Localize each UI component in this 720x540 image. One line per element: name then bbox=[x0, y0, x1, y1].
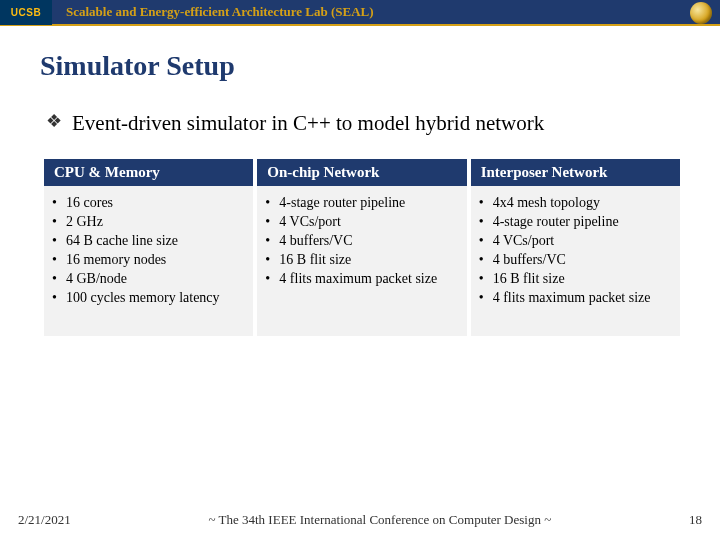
list-item: •4 flits maximum packet size bbox=[263, 270, 460, 289]
list-item-text: 16 memory nodes bbox=[66, 251, 245, 270]
bullet-dot-icon: • bbox=[52, 270, 66, 289]
seal-icon bbox=[690, 2, 712, 24]
list-item: •4 GB/node bbox=[50, 270, 247, 289]
column-body: •4-stage router pipeline•4 VCs/port•4 bu… bbox=[257, 186, 466, 336]
bullet-dot-icon: • bbox=[479, 270, 493, 289]
list-item: •4x4 mesh topology bbox=[477, 194, 674, 213]
list-item-text: 4-stage router pipeline bbox=[279, 194, 458, 213]
bullet-dot-icon: • bbox=[52, 289, 66, 308]
header-bar: UCSB Scalable and Energy-efficient Archi… bbox=[0, 0, 720, 26]
footer-date: 2/21/2021 bbox=[18, 512, 71, 528]
bullet-dot-icon: • bbox=[265, 251, 279, 270]
spec-column: On-chip Network•4-stage router pipeline•… bbox=[257, 159, 466, 336]
list-item: •100 cycles memory latency bbox=[50, 289, 247, 308]
bullet-dot-icon: • bbox=[479, 289, 493, 308]
list-item: •16 memory nodes bbox=[50, 251, 247, 270]
bullet-dot-icon: • bbox=[265, 270, 279, 289]
spec-column: CPU & Memory•16 cores•2 GHz•64 B cache l… bbox=[44, 159, 253, 336]
list-item-text: 4 buffers/VC bbox=[493, 251, 672, 270]
ucsb-logo: UCSB bbox=[0, 0, 52, 25]
ucsb-logo-text: UCSB bbox=[11, 7, 41, 18]
column-header: CPU & Memory bbox=[44, 159, 253, 186]
list-item: •2 GHz bbox=[50, 213, 247, 232]
list-item-text: 16 B flit size bbox=[493, 270, 672, 289]
spec-table: CPU & Memory•16 cores•2 GHz•64 B cache l… bbox=[44, 159, 680, 336]
bullet-dot-icon: • bbox=[52, 194, 66, 213]
list-item-text: 64 B cache line size bbox=[66, 232, 245, 251]
main-bullet-text: Event-driven simulator in C++ to model h… bbox=[72, 110, 544, 137]
list-item-text: 100 cycles memory latency bbox=[66, 289, 245, 308]
footer-conference: ~ The 34th IEEE International Conference… bbox=[71, 512, 689, 528]
spec-column: Interposer Network•4x4 mesh topology•4-s… bbox=[471, 159, 680, 336]
diamond-bullet-icon: ❖ bbox=[46, 110, 62, 133]
bullet-dot-icon: • bbox=[265, 194, 279, 213]
column-header: Interposer Network bbox=[471, 159, 680, 186]
list-item: •4 VCs/port bbox=[263, 213, 460, 232]
list-item: •64 B cache line size bbox=[50, 232, 247, 251]
list-item-text: 4 buffers/VC bbox=[279, 232, 458, 251]
list-item: •4 buffers/VC bbox=[263, 232, 460, 251]
list-item: •4-stage router pipeline bbox=[477, 213, 674, 232]
bullet-dot-icon: • bbox=[479, 213, 493, 232]
list-item-text: 4 GB/node bbox=[66, 270, 245, 289]
slide-title: Simulator Setup bbox=[40, 50, 680, 82]
list-item-text: 2 GHz bbox=[66, 213, 245, 232]
footer-page-number: 18 bbox=[689, 512, 702, 528]
bullet-dot-icon: • bbox=[52, 232, 66, 251]
column-body: •16 cores•2 GHz•64 B cache line size•16 … bbox=[44, 186, 253, 336]
bullet-dot-icon: • bbox=[479, 232, 493, 251]
lab-title: Scalable and Energy-efficient Architectu… bbox=[66, 4, 374, 20]
column-body: •4x4 mesh topology•4-stage router pipeli… bbox=[471, 186, 680, 336]
list-item-text: 16 cores bbox=[66, 194, 245, 213]
list-item-text: 4-stage router pipeline bbox=[493, 213, 672, 232]
list-item: •4-stage router pipeline bbox=[263, 194, 460, 213]
list-item: •4 flits maximum packet size bbox=[477, 289, 674, 308]
bullet-dot-icon: • bbox=[265, 232, 279, 251]
list-item-text: 4 VCs/port bbox=[493, 232, 672, 251]
bullet-dot-icon: • bbox=[52, 213, 66, 232]
bullet-dot-icon: • bbox=[479, 251, 493, 270]
column-header: On-chip Network bbox=[257, 159, 466, 186]
bullet-dot-icon: • bbox=[479, 194, 493, 213]
list-item-text: 4 flits maximum packet size bbox=[279, 270, 458, 289]
bullet-dot-icon: • bbox=[265, 213, 279, 232]
list-item-text: 4 flits maximum packet size bbox=[493, 289, 672, 308]
list-item: •4 buffers/VC bbox=[477, 251, 674, 270]
list-item-text: 16 B flit size bbox=[279, 251, 458, 270]
bullet-dot-icon: • bbox=[52, 251, 66, 270]
list-item: •16 B flit size bbox=[263, 251, 460, 270]
slide-content: Simulator Setup ❖ Event-driven simulator… bbox=[0, 26, 720, 336]
list-item: •16 cores bbox=[50, 194, 247, 213]
list-item-text: 4 VCs/port bbox=[279, 213, 458, 232]
list-item: •16 B flit size bbox=[477, 270, 674, 289]
footer: 2/21/2021 ~ The 34th IEEE International … bbox=[0, 512, 720, 528]
list-item: •4 VCs/port bbox=[477, 232, 674, 251]
main-bullet: ❖ Event-driven simulator in C++ to model… bbox=[46, 110, 680, 137]
list-item-text: 4x4 mesh topology bbox=[493, 194, 672, 213]
